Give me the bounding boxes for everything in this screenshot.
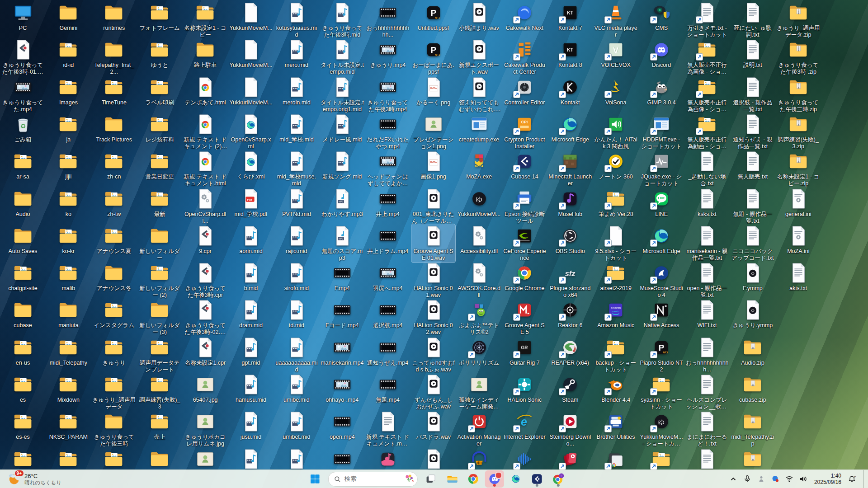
desktop-icon[interactable]: 調声練習(失敗)_3 — [138, 373, 182, 411]
desktop-icon[interactable]: cubase.zip — [731, 373, 774, 404]
desktop-icon[interactable]: ノートン 360 — [594, 150, 638, 181]
desktop-icon[interactable]: Cakewalk Next — [503, 1, 547, 33]
desktop-icon[interactable]: 9.cpr — [184, 224, 227, 256]
desktop-icon[interactable]: KTKontakt 7 — [548, 1, 592, 33]
desktop-icon[interactable]: PNT2Piapro Studio NT2 — [640, 336, 684, 374]
volume-icon[interactable] — [798, 474, 808, 484]
desktop-icon[interactable]: 万引きメモ.txt - ショートカット — [685, 1, 729, 39]
cubase-taskbar-button[interactable] — [528, 470, 547, 488]
desktop-icon[interactable]: Kontakt — [548, 75, 592, 107]
desktop-icon[interactable]: createdump.exe — [457, 113, 501, 144]
desktop-icon[interactable]: 無題.mp4 — [366, 373, 410, 404]
desktop-icon[interactable]: 無人販売不正行為画像 - ショートカット — [685, 75, 729, 114]
desktop-icon[interactable]: Groove Agent SE 01.wav — [411, 224, 455, 263]
desktop-icon[interactable]: _起動しない場合.txt — [685, 150, 729, 188]
taskbar-clock[interactable]: 1:40 2025/09/16 — [812, 473, 843, 485]
desktop-icon[interactable]: 新規 テキスト ドキュメント.musicxml — [366, 410, 410, 448]
desktop-icon[interactable]: midi_Telepathy — [47, 336, 90, 367]
desktop-icon[interactable]: CMS — [640, 1, 684, 33]
desktop-icon[interactable]: Groove Agent SE 5 — [503, 298, 547, 337]
desktop-icon[interactable]: Gemini — [47, 1, 90, 33]
desktop-icon[interactable]: runtimes — [92, 1, 136, 33]
desktop-icon[interactable]: manisekarin.mp4 — [320, 336, 364, 367]
desktop-icon[interactable]: VoiSona — [594, 75, 638, 107]
desktop-icon[interactable]: WIFI.txt — [685, 298, 729, 330]
desktop-icon[interactable]: PNT2おーばーまにあ.ppsf — [411, 38, 455, 76]
desktop-icon[interactable]: amazonmusicAmazon Music — [594, 298, 638, 330]
desktop-icon[interactable]: maniuta — [47, 298, 90, 330]
desktop-icon[interactable]: 孤独なインディーゲーム開発者の一生 ... — [457, 373, 501, 411]
desktop-icon[interactable]: Microsoft Edge — [640, 224, 684, 256]
desktop-icon[interactable]: 無人販売不正行為画像 - ショートカッ... — [685, 38, 729, 76]
desktop-icon[interactable]: 無人販売.txt — [731, 150, 774, 181]
desktop-icon[interactable] — [47, 447, 90, 471]
desktop-icon[interactable]: Audio — [1, 187, 45, 219]
app-bubble-icon[interactable] — [770, 474, 780, 484]
desktop-icon[interactable]: cubase — [1, 298, 45, 330]
desktop-icon[interactable]: LINELINE — [640, 187, 684, 219]
desktop-icon[interactable]: 説明.txt — [731, 38, 774, 70]
desktop-icon[interactable]: きゅうり食ってた午後3時-02.cpr — [184, 298, 227, 337]
desktop-icon[interactable]: くらび.xml — [229, 150, 273, 181]
desktop-icon[interactable]: ♻ごみ箱 — [1, 113, 45, 144]
desktop-icon[interactable]: YukkuriMovieM... — [229, 38, 273, 70]
desktop-icon[interactable]: だれだFXいれたやつ.mp4 — [366, 113, 410, 151]
desktop-icon[interactable]: HALion Sonic — [503, 373, 547, 404]
desktop-icon[interactable]: きゅうり食ってた午後3時.mp4 — [366, 75, 410, 114]
weather-widget[interactable]: 9+ 26°C 晴れのちくもり — [4, 470, 65, 488]
desktop-icon[interactable]: MP3無題のスコア.mp3 — [320, 224, 364, 263]
desktop-icon[interactable]: OpenCvSharp.dll... — [184, 187, 227, 225]
desktop-icon[interactable]: Microsoft Edge — [548, 113, 592, 144]
desktop-icon[interactable] — [92, 447, 136, 471]
desktop-icon[interactable]: Reaktor 6 — [548, 298, 592, 330]
desktop-icon[interactable]: こってゅhdすおf d s bふぉ.wav — [411, 336, 455, 374]
desktop-icon[interactable] — [229, 447, 273, 471]
desktop-icon[interactable]: 井上.mp4 — [366, 187, 410, 219]
desktop-icon[interactable]: VLC media player — [594, 1, 638, 39]
desktop-icon[interactable]: ニコニコバックアップコード.txt — [731, 224, 774, 263]
chevron-up-icon[interactable] — [728, 474, 738, 484]
desktop-icon[interactable]: chatgpt-site — [1, 261, 45, 293]
desktop-icon[interactable]: プレゼンテーション1.png — [411, 113, 455, 151]
desktop-icon[interactable] — [548, 447, 592, 471]
desktop-icon[interactable]: きゅうり食ってた.mp4 — [1, 75, 45, 114]
desktop-icon[interactable]: mero.mid — [274, 38, 318, 70]
desktop-icon[interactable]: ksks.txt — [685, 187, 729, 219]
desktop-icon[interactable]: レジ袋有料 — [138, 113, 182, 144]
desktop-icon[interactable]: 名称未設定1 - コピー.zip — [776, 150, 820, 188]
desktop-icon[interactable]: aorin.mid — [229, 224, 273, 256]
desktop-icon[interactable]: 新規 テキスト ドキュメント (2).html — [184, 113, 227, 151]
desktop-icon[interactable]: 売上 — [138, 410, 182, 441]
desktop-icon[interactable]: 最新 — [138, 187, 182, 219]
desktop-icon[interactable]: きゅうり_調声用データ.zip — [776, 1, 820, 39]
desktop-icon[interactable]: zh-tw — [92, 187, 136, 219]
desktop-icon[interactable]: Telepathy_Inst_2... — [92, 38, 136, 76]
desktop-icon[interactable]: id-id — [47, 38, 90, 70]
desktop-icon[interactable]: MP3わかりやす.mp3 — [320, 187, 364, 219]
desktop-icon[interactable] — [366, 447, 410, 471]
desktop-icon[interactable] — [503, 447, 547, 471]
desktop-icon[interactable]: sfzsfzPlogue sforzando x64 — [548, 261, 592, 300]
desktop-icon[interactable] — [457, 447, 501, 471]
desktop-icon[interactable]: HALion Sonic 01.wav — [411, 261, 455, 300]
desktop-icon[interactable]: 新規ソング.mid — [320, 150, 364, 181]
desktop-icon[interactable]: おっhhhhhhhhhhhh... — [366, 1, 410, 39]
desktop-icon[interactable]: 調声練習(失敗)_3.zip — [776, 113, 820, 151]
desktop-icon[interactable]: きゅうり食ってた午後3時.mid — [320, 1, 364, 39]
desktop-icon[interactable]: CPICrypton Product Installer — [503, 113, 547, 151]
desktop-icon[interactable]: 名称未設定1.cpr — [184, 336, 227, 367]
desktop-icon[interactable]: 名称未設定1 - コピー — [184, 1, 227, 39]
desktop-icon[interactable]: ko-kr — [47, 224, 90, 256]
desktop-icon[interactable]: きゅうり_調声用データ — [92, 373, 136, 411]
desktop-icon[interactable]: インスタグラム — [92, 298, 136, 330]
start-taskbar-button[interactable] — [306, 470, 325, 488]
desktop-icon[interactable] — [731, 447, 774, 471]
desktop-icon[interactable]: kotusytuaaus.mid — [274, 1, 318, 39]
desktop-icon[interactable]: general.ini — [776, 187, 820, 219]
desktop-icon[interactable]: MuseHub — [548, 187, 592, 219]
desktop-icon[interactable]: umibe.mid — [274, 373, 318, 404]
desktop-icon[interactable]: YukkuriMovieM... — [229, 75, 273, 107]
desktop-icon[interactable]: hamusu.mid — [229, 373, 273, 404]
desktop-icon[interactable]: Images — [47, 75, 90, 107]
desktop-icon[interactable]: かんたん！ AITalk 3 関西風 — [594, 113, 638, 151]
